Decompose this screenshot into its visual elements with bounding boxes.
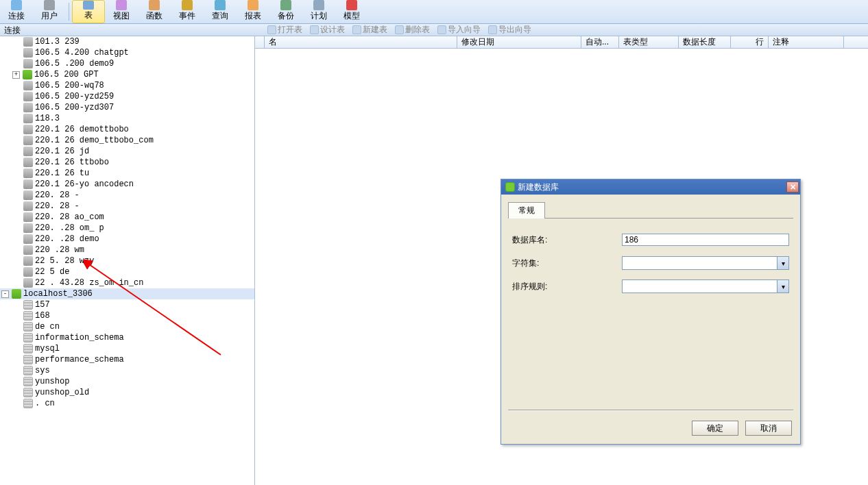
- connection-icon: [23, 223, 33, 233]
- connection-item[interactable]: 220.1 26 jd: [0, 146, 254, 157]
- database-icon: [23, 377, 33, 386]
- database-item[interactable]: yunshop: [0, 376, 254, 387]
- connection-item[interactable]: 220. 28 ao_com: [0, 212, 254, 223]
- subtb-打开表[interactable]: 打开表: [265, 24, 305, 36]
- database-item[interactable]: mysql: [0, 343, 254, 354]
- toolbar-报表[interactable]: 报表: [237, 0, 269, 23]
- close-icon[interactable]: ✕: [786, 182, 799, 192]
- table-icon: [352, 25, 361, 34]
- connection-item[interactable]: 106.5 .200 demo9: [0, 58, 254, 69]
- dialog-titlebar[interactable]: 新建数据库 ✕: [501, 179, 800, 195]
- connection-icon: [23, 190, 33, 200]
- column-header[interactable]: 名: [265, 36, 457, 48]
- tab-general[interactable]: 常规: [508, 202, 545, 219]
- connection-item[interactable]: 220. 28 -: [0, 201, 254, 212]
- database-item[interactable]: yunshop_old: [0, 387, 254, 398]
- cancel-button[interactable]: 取消: [745, 421, 792, 436]
- charset-select[interactable]: [622, 256, 789, 270]
- connection-item[interactable]: 22 . 43.28 zs_om in_cn: [0, 277, 254, 288]
- connection-tree[interactable]: 101.3 239106.5 4.200 chatgpt106.5 .200 d…: [0, 36, 255, 485]
- toolbar-icon: [248, 0, 258, 10]
- label-database-name: 数据库名:: [512, 234, 622, 246]
- subtb-设计表[interactable]: 设计表: [307, 24, 348, 36]
- column-header[interactable]: 修改日期: [457, 36, 581, 48]
- toolbar-计划[interactable]: 计划: [302, 0, 335, 23]
- connection-item[interactable]: 106.5 200-wq78: [0, 80, 254, 91]
- database-item[interactable]: sys: [0, 365, 254, 376]
- column-header[interactable]: 行: [731, 36, 769, 48]
- subtb-删除表[interactable]: 删除表: [392, 24, 433, 36]
- database-item[interactable]: information_schema: [0, 332, 254, 343]
- expand-icon[interactable]: +: [12, 71, 20, 79]
- connection-label: 22 5. 28 wzy: [35, 256, 94, 266]
- connection-item[interactable]: 106.5 200-yzd259: [0, 91, 254, 102]
- toolbar-icon: [116, 0, 127, 10]
- connection-item[interactable]: 220.1 26 demottbobo: [0, 124, 254, 135]
- connection-label: 220.1 26-yo ancodecn: [35, 179, 134, 189]
- database-icon: [23, 344, 33, 353]
- subtb-导出向导[interactable]: 导出向导: [485, 24, 534, 36]
- collation-select[interactable]: [622, 279, 789, 293]
- connection-icon: [23, 114, 33, 123]
- connection-icon: [23, 48, 33, 58]
- toolbar-icon: [83, 1, 94, 10]
- toolbar-icon: [313, 0, 324, 10]
- ok-button[interactable]: 确定: [692, 421, 738, 436]
- connection-icon: [23, 234, 33, 244]
- database-name-input[interactable]: [622, 234, 789, 246]
- connection-item[interactable]: -localhost_3306: [0, 288, 254, 299]
- database-icon: [23, 300, 33, 310]
- toolbar-备份[interactable]: 备份: [269, 0, 302, 23]
- toolbar-事件[interactable]: 事件: [171, 0, 204, 23]
- toolbar-icon: [44, 0, 55, 10]
- connection-item[interactable]: 220.1 26-yo ancodecn: [0, 179, 254, 190]
- database-item[interactable]: . cn: [0, 398, 254, 409]
- connection-icon: [23, 212, 33, 222]
- toolbar-icon: [280, 0, 291, 10]
- toolbar-表[interactable]: 表: [72, 0, 105, 23]
- connection-item[interactable]: 22 5 de: [0, 266, 254, 277]
- connection-item[interactable]: 220.1 26 demo_ttbobo_com: [0, 135, 254, 146]
- connection-item[interactable]: 101.3 239: [0, 36, 254, 47]
- column-header[interactable]: 数据长度: [679, 36, 731, 48]
- connection-item[interactable]: 220. .28 demo: [0, 234, 254, 245]
- toolbar-视图[interactable]: 视图: [105, 0, 138, 23]
- toolbar-连接[interactable]: 连接: [0, 0, 33, 23]
- connection-icon: [23, 278, 33, 288]
- connection-item[interactable]: 106.5 200-yzd307: [0, 102, 254, 113]
- connection-label: 106.5 200-yzd259: [35, 92, 114, 101]
- connection-icon: [23, 81, 33, 90]
- connection-item[interactable]: 220. .28 om_ p: [0, 223, 254, 234]
- connection-icon: [23, 125, 33, 134]
- column-header[interactable]: 注释: [769, 36, 844, 48]
- column-header[interactable]: 自动...: [581, 36, 619, 48]
- toolbar-icon: [346, 0, 357, 10]
- subtb-新建表[interactable]: 新建表: [350, 24, 390, 36]
- connection-label: 106.5 200-wq78: [35, 81, 104, 90]
- connection-item[interactable]: 220. 28 -: [0, 190, 254, 201]
- toolbar-用户[interactable]: 用户: [33, 0, 66, 23]
- connection-item[interactable]: 220.1 26 ttbobo: [0, 157, 254, 168]
- table-icon: [267, 25, 276, 34]
- connection-item[interactable]: 22 5. 28 wzy: [0, 256, 254, 266]
- connection-label: 220.1 26 demo_ttbobo_com: [35, 136, 154, 145]
- toolbar-模型[interactable]: 模型: [335, 0, 368, 23]
- toolbar-函数[interactable]: 函数: [138, 0, 171, 23]
- sub-toolbar: 打开表设计表新建表删除表导入向导导出向导: [261, 24, 868, 36]
- connection-item[interactable]: 118.3: [0, 113, 254, 124]
- connection-item[interactable]: 106.5 4.200 chatgpt: [0, 47, 254, 58]
- database-item[interactable]: 157: [0, 299, 254, 310]
- connection-item[interactable]: 220.1 26 tu: [0, 168, 254, 179]
- connection-item[interactable]: 220 .28 wm: [0, 245, 254, 256]
- subtb-导入向导[interactable]: 导入向导: [435, 24, 483, 36]
- connection-label: 101.3 239: [35, 37, 80, 47]
- column-header[interactable]: 表类型: [619, 36, 679, 48]
- database-item[interactable]: performance_schema: [0, 354, 254, 365]
- connection-item[interactable]: +106.5 200 GPT: [0, 69, 254, 80]
- connection-label: 220.1 26 demottbobo: [35, 125, 129, 134]
- database-item[interactable]: de cn: [0, 321, 254, 332]
- expand-icon[interactable]: -: [1, 290, 9, 298]
- toolbar-查询[interactable]: 查询: [204, 0, 237, 23]
- database-icon: [23, 333, 33, 343]
- database-item[interactable]: 168: [0, 310, 254, 321]
